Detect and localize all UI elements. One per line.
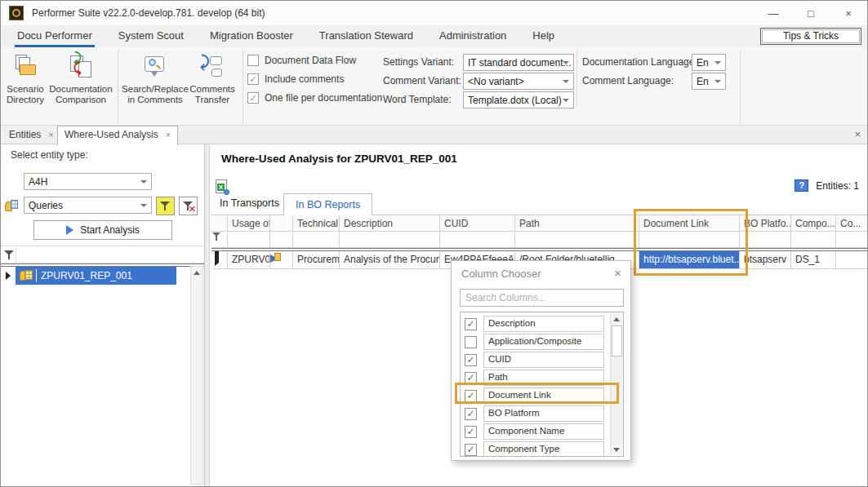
checkbox-box[interactable] [465,336,477,348]
header-description[interactable]: Description [340,215,440,231]
list-item-description[interactable]: ✓ Description [465,315,623,333]
header-usage-of[interactable]: Usage of [228,215,270,231]
scroll-down-button[interactable] [611,444,621,455]
maximize-button[interactable]: □ [792,1,830,25]
checkbox-one-file-per-documentation[interactable]: ✓ One file per documentation [247,91,382,104]
filter-cell[interactable] [228,232,270,247]
checkbox-box[interactable]: ✓ [247,73,259,85]
filter-cell[interactable] [740,232,791,247]
dialog-title: Column Chooser [461,268,541,280]
scroll-up-button[interactable] [611,313,621,325]
filter-button[interactable] [156,197,175,215]
checkbox-box[interactable]: ✓ [465,390,477,402]
tree-scrollbar[interactable] [190,266,203,485]
word-template-dropdown[interactable]: Template.dotx (Local) [463,91,574,108]
close-tab-icon[interactable]: × [166,130,171,139]
cell-document-link[interactable]: http://btsapserv.bluet... [639,251,740,268]
cell-bo-platform[interactable]: btsapserv [740,251,791,268]
documentation-language-label: Documentation Language: [582,54,688,70]
filter-cell[interactable] [340,232,440,247]
checkbox-box[interactable]: ✓ [465,444,477,456]
close-panel-icon[interactable]: × [854,128,861,140]
list-item-component-type[interactable]: ✓ Component Type [465,441,623,457]
checkbox-box[interactable] [247,55,259,66]
checkbox-box[interactable]: ✓ [465,354,477,366]
start-analysis-button[interactable]: Start Analysis [33,220,172,240]
filter-cell[interactable] [791,232,836,247]
tab-in-bo-reports[interactable]: In BO Reports [283,193,372,215]
header-component-name[interactable]: Compo... [791,215,836,231]
excel-export-icon[interactable]: X [216,179,227,193]
entity-type-dropdown[interactable]: Queries [24,197,152,214]
clear-filter-button[interactable]: ✕ [179,197,198,215]
checkbox-box[interactable]: ✓ [247,92,259,104]
list-item-application-composite[interactable]: Application/Composite [465,333,623,351]
checkbox-box[interactable]: ✓ [465,426,477,438]
comment-language-dropdown[interactable]: En [692,73,726,90]
search-replace-comments-button[interactable]: Search/Replace in Comments [122,51,189,105]
tree-row-selected[interactable]: ZPURV01_REP_001 [1,267,204,285]
list-item-cuid[interactable]: ✓ CUID [465,351,623,369]
checkbox-document-data-flow[interactable]: Document Data Flow [247,54,382,66]
comment-variant-dropdown[interactable]: <No variant> [463,73,574,90]
header-bo-platform[interactable]: BO Platfo... [740,215,791,231]
tab-administration[interactable]: Administration [426,25,519,47]
checkbox-box[interactable]: ✓ [465,408,477,420]
tab-system-scout[interactable]: System Scout [105,25,197,47]
checkbox-include-comments[interactable]: ✓ Include comments [247,73,382,85]
checkbox-box[interactable]: ✓ [465,318,477,330]
settings-variant-dropdown[interactable]: IT standard document... [463,54,574,71]
filter-cell[interactable] [515,232,639,247]
header-cuid[interactable]: CUID [440,215,515,231]
filter-cell[interactable] [639,232,740,247]
cell-usage-of[interactable]: ZPURV01... [228,251,270,268]
close-tab-icon[interactable]: × [48,130,53,139]
header-technical[interactable]: Technical... [293,215,340,231]
row-indicator-cell[interactable] [211,251,228,268]
header-component-type[interactable]: Co... [836,215,867,231]
list-item-path[interactable]: ✓ Path [465,369,623,387]
scroll-up-button[interactable] [191,267,203,279]
tab-docu-performer[interactable]: Docu Performer [4,25,105,47]
header-icon-col[interactable] [270,215,293,231]
header-path[interactable]: Path [515,215,639,231]
tab-migration-booster[interactable]: Migration Booster [197,25,306,47]
list-item-bo-platform[interactable]: ✓ BO Platform [465,405,623,423]
documentation-comparison-button[interactable]: ⤸⤹ Documentation Comparison [48,51,114,105]
filter-cell[interactable] [836,232,867,247]
tab-entities[interactable]: Entities× [2,126,60,144]
selected-entity[interactable]: ZPURV01_REP_001 [16,267,176,285]
checkbox-box[interactable]: ✓ [465,372,477,384]
cell-component-type[interactable] [836,251,867,268]
close-button[interactable]: × [830,1,867,25]
tab-help[interactable]: Help [519,25,568,47]
scenario-directory-button[interactable]: Scenario Directory [2,51,48,105]
minimize-button[interactable]: — [754,1,792,25]
ribbon-separator [576,50,577,107]
dialog-close-icon[interactable]: × [614,266,621,280]
scroll-thumb[interactable] [612,325,622,356]
filter-cell[interactable] [293,232,340,247]
tips-and-tricks-button[interactable]: Tips & Tricks [760,28,861,45]
comments-transfer-button[interactable]: ⤸ Comments Transfer [187,51,238,105]
cell-component-name[interactable]: DS_1 [791,251,836,268]
documentation-language-dropdown[interactable]: En [692,54,726,71]
expand-arrow-icon[interactable] [6,272,11,280]
page-title: Where-Used Analysis for ZPURV01_REP_001 [221,153,457,165]
tab-translation-steward[interactable]: Translation Steward [306,25,426,47]
header-document-link[interactable]: Document Link [639,215,740,231]
tree-filter-row[interactable] [1,246,204,263]
cell-technical[interactable]: Procurem... [293,251,340,268]
list-item-component-name[interactable]: ✓ Component Name [465,423,623,441]
list-item-document-link[interactable]: ✓ Document Link [465,387,623,405]
tab-in-transports[interactable]: In Transports [220,197,279,209]
panel-tab-strip: Entities× Where-Used Analysis× × [1,126,867,144]
system-dropdown[interactable]: A4H [24,173,152,190]
tab-where-used-analysis[interactable]: Where-Used Analysis× [57,126,178,145]
dialog-scrollbar[interactable] [610,313,622,455]
search-columns-input[interactable] [460,289,624,307]
cell-report-icon[interactable]: x [270,251,293,268]
filter-cell[interactable] [440,232,515,247]
cell-description[interactable]: Analysis of the Procur... [340,251,440,268]
filter-cell[interactable] [270,232,293,247]
